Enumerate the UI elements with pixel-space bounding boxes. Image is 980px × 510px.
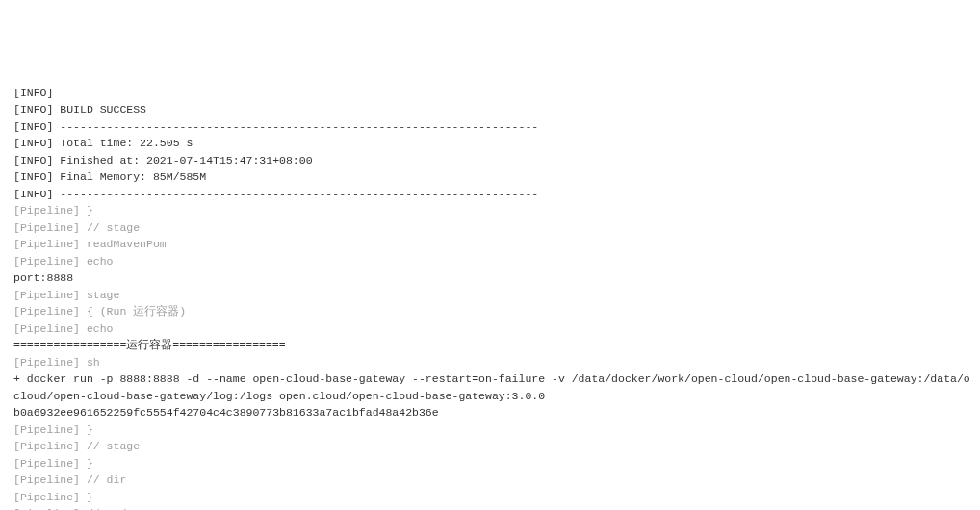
console-line: [INFO] Final Memory: 85M/585M — [13, 168, 980, 186]
console-line: [Pipeline] // stage — [13, 219, 980, 237]
console-line: =================运行容器================= — [13, 337, 980, 354]
console-line: [Pipeline] // node — [13, 505, 980, 510]
console-line: [Pipeline] } — [13, 421, 980, 439]
console-output: [INFO] [INFO] BUILD SUCCESS[INFO] ------… — [0, 67, 980, 510]
console-line: [INFO] ---------------------------------… — [13, 118, 980, 136]
console-line: [Pipeline] } — [13, 489, 980, 506]
console-line: [Pipeline] } — [13, 202, 980, 219]
console-line: [Pipeline] } — [13, 455, 980, 472]
console-line: [Pipeline] echo — [13, 320, 980, 338]
console-line: [Pipeline] echo — [13, 253, 980, 270]
console-line: [Pipeline] readMavenPom — [13, 236, 980, 253]
console-line: [Pipeline] // dir — [13, 472, 980, 489]
console-line: [Pipeline] { (Run 运行容器) — [13, 303, 980, 320]
console-line: [INFO] ---------------------------------… — [13, 186, 980, 203]
console-line: [INFO] BUILD SUCCESS — [13, 101, 980, 118]
console-line: [Pipeline] sh — [13, 354, 980, 371]
console-line: [Pipeline] stage — [13, 287, 980, 304]
console-line: port:8888 — [13, 269, 980, 287]
console-line: + docker run -p 8888:8888 -d --name open… — [13, 370, 980, 388]
console-line: [INFO] Total time: 22.505 s — [13, 135, 980, 152]
console-line: [Pipeline] // stage — [13, 438, 980, 455]
console-line: cloud/open-cloud-base-gateway/log:/logs … — [13, 388, 980, 405]
console-line: b0a6932ee961652259fc5554f42704c4c3890773… — [13, 404, 980, 421]
console-line: [INFO] Finished at: 2021-07-14T15:47:31+… — [13, 152, 980, 169]
console-line: [INFO] — [13, 85, 980, 102]
